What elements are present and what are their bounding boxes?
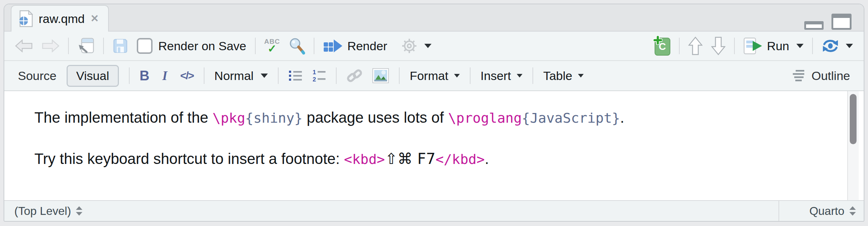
link-icon[interactable] bbox=[347, 68, 362, 83]
visual-editor-canvas[interactable]: The implementation of the \pkg{shiny} pa… bbox=[4, 91, 864, 200]
run-label: Run bbox=[767, 39, 789, 53]
up-down-arrows-icon bbox=[75, 205, 83, 217]
toolbar-separator bbox=[255, 38, 256, 54]
paragraph-style-value: Normal bbox=[214, 69, 254, 83]
bullet-list-icon[interactable] bbox=[289, 70, 302, 82]
open-in-new-window-icon[interactable] bbox=[77, 37, 95, 55]
render-on-save-toggle[interactable]: Render on Save bbox=[137, 38, 246, 54]
forward-icon[interactable] bbox=[42, 39, 59, 52]
spellcheck-icon[interactable]: ABC ✓ bbox=[264, 38, 280, 54]
render-on-save-label: Render on Save bbox=[158, 39, 246, 53]
render-icon bbox=[323, 38, 343, 54]
format-toolbar: Source Visual B I </> Normal 1 2 bbox=[4, 61, 864, 91]
svg-text:1: 1 bbox=[313, 69, 316, 76]
bold-button[interactable]: B bbox=[140, 68, 149, 84]
text-run: Try this keyboard shortcut to insert a f… bbox=[34, 150, 344, 167]
paragraph-style-dropdown[interactable]: Normal bbox=[214, 69, 268, 83]
table-menu[interactable]: Table bbox=[543, 69, 584, 83]
search-icon[interactable] bbox=[289, 37, 305, 55]
back-icon[interactable] bbox=[15, 39, 33, 52]
minimize-icon[interactable] bbox=[804, 21, 824, 30]
source-pane-window: raw.qmd ✕ bbox=[4, 4, 864, 222]
toolbar-separator bbox=[336, 67, 337, 84]
run-icon bbox=[743, 37, 763, 55]
raw-latex-argument: {JavaScript} bbox=[522, 110, 620, 126]
main-toolbar: Render on Save ABC ✓ bbox=[4, 32, 864, 61]
toolbar-separator bbox=[399, 67, 400, 84]
toolbar-separator bbox=[278, 67, 279, 84]
render-options-button[interactable] bbox=[401, 37, 431, 55]
tab-raw-qmd[interactable]: raw.qmd ✕ bbox=[11, 5, 109, 32]
toolbar-separator bbox=[314, 38, 314, 54]
toolbar-separator bbox=[812, 38, 813, 54]
chevron-down-icon bbox=[261, 74, 268, 78]
scope-label: (Top Level) bbox=[14, 204, 71, 218]
chevron-down-icon bbox=[454, 74, 460, 77]
toolbar-separator bbox=[204, 67, 204, 84]
keyboard-shortcut: ⇧⌘ F7 bbox=[385, 150, 435, 168]
source-mode-button[interactable]: Source bbox=[18, 69, 57, 83]
chunk-up-icon[interactable] bbox=[688, 37, 703, 55]
render-label: Render bbox=[347, 39, 387, 53]
text-run: package uses lots of bbox=[303, 109, 448, 126]
tab-title: raw.qmd bbox=[39, 12, 85, 26]
image-icon[interactable] bbox=[372, 68, 389, 83]
tab-bar: raw.qmd ✕ bbox=[4, 4, 864, 32]
chevron-down-icon bbox=[846, 44, 853, 48]
visual-mode-button[interactable]: Visual bbox=[67, 65, 119, 87]
quarto-file-icon bbox=[19, 10, 33, 27]
outline-toggle-button[interactable]: Outline bbox=[792, 69, 850, 83]
up-down-arrows-icon bbox=[849, 205, 857, 217]
gear-icon bbox=[401, 37, 418, 55]
language-mode-label: Quarto bbox=[809, 204, 844, 218]
toolbar-separator bbox=[532, 67, 533, 84]
raw-latex-command: \pkg bbox=[212, 110, 245, 126]
run-button[interactable]: Run bbox=[743, 37, 804, 55]
text-run: . bbox=[620, 109, 625, 126]
inline-code-button[interactable]: </> bbox=[180, 70, 193, 82]
render-on-save-checkbox[interactable] bbox=[137, 38, 153, 54]
rerun-icon bbox=[821, 37, 839, 55]
raw-latex-command: \proglang bbox=[448, 110, 522, 126]
raw-html-tag: </kbd> bbox=[435, 151, 484, 167]
svg-text:2: 2 bbox=[313, 76, 316, 82]
pane-window-controls bbox=[804, 14, 852, 30]
render-button[interactable]: Render bbox=[323, 38, 387, 54]
toolbar-separator bbox=[679, 38, 680, 54]
raw-html-tag: <kbd> bbox=[344, 151, 385, 167]
status-bar: (Top Level) Quarto bbox=[4, 200, 864, 221]
chevron-down-icon bbox=[796, 44, 804, 48]
vertical-scrollbar[interactable] bbox=[847, 91, 859, 200]
toolbar-separator bbox=[129, 67, 130, 84]
outline-icon bbox=[792, 69, 806, 82]
toolbar-separator bbox=[470, 67, 471, 84]
text-run: . bbox=[485, 150, 489, 167]
toolbar-separator bbox=[68, 38, 69, 54]
numbered-list-icon[interactable]: 1 2 bbox=[312, 69, 326, 82]
rerun-button[interactable] bbox=[821, 37, 853, 55]
scope-selector[interactable]: (Top Level) bbox=[4, 201, 778, 221]
chunk-down-icon[interactable] bbox=[711, 37, 725, 55]
text-run: The implementation of the bbox=[34, 109, 212, 126]
toolbar-separator bbox=[103, 38, 104, 54]
plus-badge-icon bbox=[653, 36, 662, 45]
paragraph: Try this keyboard shortcut to insert a f… bbox=[34, 150, 821, 169]
insert-chunk-icon[interactable]: C bbox=[654, 36, 670, 56]
chevron-down-icon bbox=[517, 74, 522, 77]
chevron-down-icon bbox=[578, 74, 584, 77]
format-menu[interactable]: Format bbox=[410, 69, 460, 83]
raw-latex-argument: {shiny} bbox=[245, 110, 303, 126]
language-mode-selector[interactable]: Quarto bbox=[778, 201, 864, 221]
close-icon[interactable]: ✕ bbox=[91, 14, 99, 24]
italic-button[interactable]: I bbox=[162, 68, 167, 83]
paragraph: The implementation of the \pkg{shiny} pa… bbox=[34, 108, 821, 127]
insert-menu[interactable]: Insert bbox=[481, 69, 522, 83]
toolbar-separator bbox=[734, 38, 735, 54]
chevron-down-icon bbox=[424, 44, 431, 48]
scrollbar-thumb[interactable] bbox=[850, 94, 857, 144]
save-icon[interactable] bbox=[112, 38, 128, 54]
maximize-icon[interactable] bbox=[831, 14, 852, 30]
